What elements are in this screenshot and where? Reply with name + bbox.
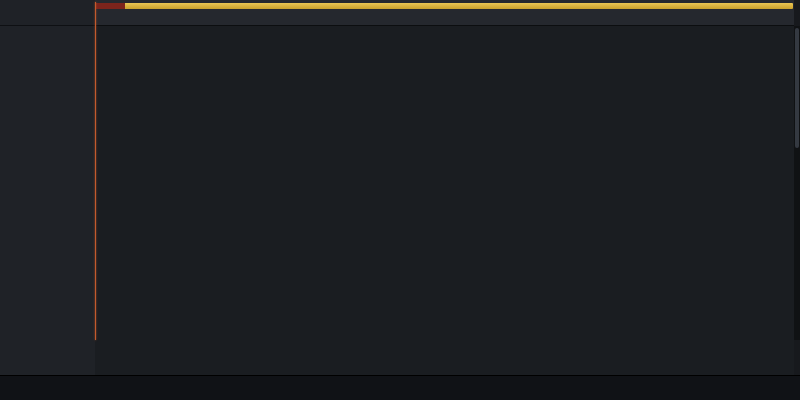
vertical-scrollbar[interactable] [794, 26, 800, 340]
arrangement-area [95, 0, 794, 375]
loop-marker[interactable] [95, 3, 125, 9]
vertical-scrollbar-thumb[interactable] [795, 28, 799, 148]
panel-header [0, 0, 95, 26]
timeline-ruler[interactable] [95, 0, 794, 26]
track-panel [0, 0, 96, 375]
loop-range-bar[interactable] [95, 3, 793, 9]
playhead [95, 2, 96, 340]
transport-bar: ▶ ▣ ◀ ▶ [0, 375, 800, 400]
daw-window: ▶ ▣ ◀ ▶ [0, 0, 800, 400]
view-selector[interactable] [85, 12, 89, 19]
